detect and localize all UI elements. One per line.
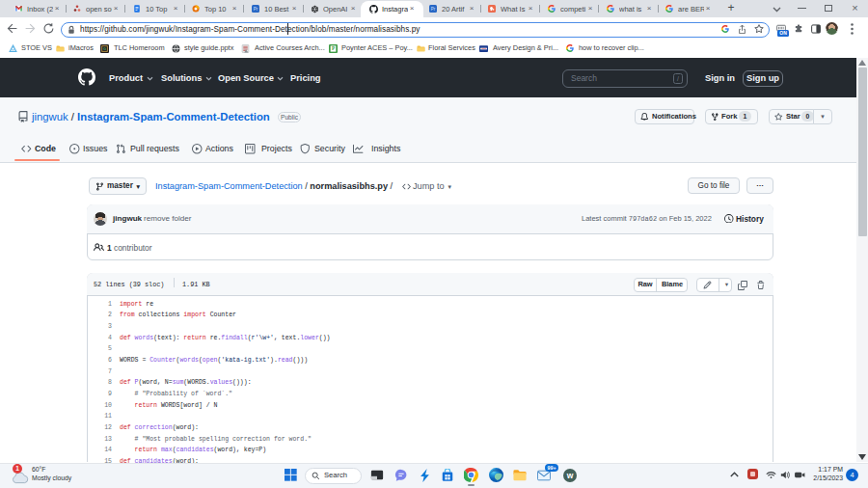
svg-text:P: P — [332, 45, 335, 51]
svg-text:Pr: Pr — [431, 7, 436, 12]
svg-text:G: G — [103, 46, 106, 51]
svg-text:Pr: Pr — [253, 7, 258, 12]
